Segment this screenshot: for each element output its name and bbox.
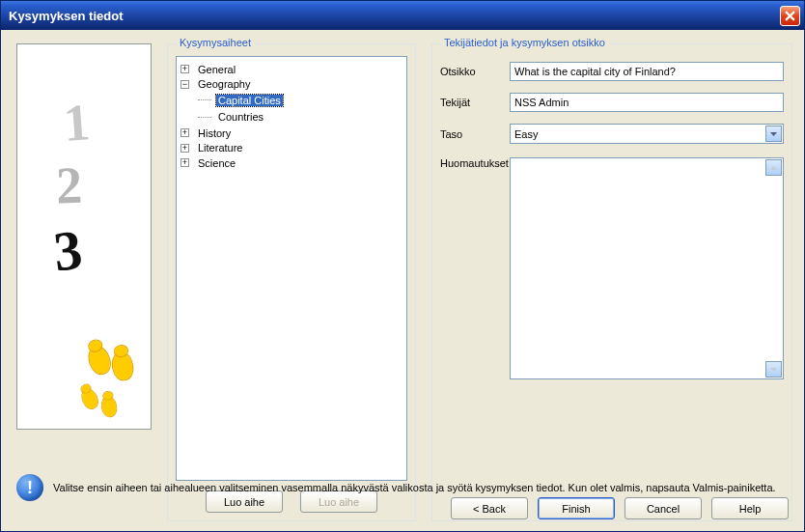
close-button[interactable] xyxy=(780,6,800,26)
tree-item-general[interactable]: +General xyxy=(180,64,237,75)
back-button[interactable]: < Back xyxy=(451,497,528,519)
details-group-title: Tekijätiedot ja kysymyksen otsikko xyxy=(440,37,609,48)
expand-icon[interactable]: + xyxy=(180,128,189,137)
tree-item-countries[interactable]: Countries xyxy=(198,111,265,123)
details-group: Tekijätiedot ja kysymyksen otsikko Otsik… xyxy=(431,43,792,521)
close-icon xyxy=(785,11,795,21)
level-label: Taso xyxy=(440,128,510,140)
cancel-button[interactable]: Cancel xyxy=(625,497,702,519)
authors-label: Tekijät xyxy=(440,97,510,108)
tree-item-science[interactable]: +Science xyxy=(180,157,237,169)
title-input[interactable] xyxy=(510,62,784,81)
tree-item-literature[interactable]: +Literature xyxy=(180,142,244,154)
title-label: Otsikko xyxy=(440,66,510,77)
wizard-step-3-glyph: 3 xyxy=(51,217,86,285)
info-icon: ! xyxy=(16,474,43,501)
tree-item-history[interactable]: +History xyxy=(180,127,233,139)
content-area: 1 2 3 Kysymysaiheet +General −Geography … xyxy=(1,30,804,531)
titlebar: Kysymyksen tiedot xyxy=(1,1,804,30)
topics-tree[interactable]: +General −Geography Capital Cities Count… xyxy=(176,56,407,481)
help-button[interactable]: Help xyxy=(711,497,789,519)
topics-group: Kysymysaiheet +General −Geography Capita… xyxy=(167,43,416,521)
expand-icon[interactable]: + xyxy=(180,65,189,73)
notes-textarea[interactable] xyxy=(510,157,784,379)
wizard-step-1-glyph: 1 xyxy=(62,92,92,154)
expand-icon[interactable]: + xyxy=(180,144,189,153)
scroll-down-button[interactable] xyxy=(765,361,782,378)
info-text: Valitse ensin aiheen tai aihealueen vali… xyxy=(53,482,789,493)
expand-icon[interactable]: + xyxy=(180,158,189,167)
wizard-illustration: 1 2 3 xyxy=(16,43,152,430)
chevron-up-icon xyxy=(770,166,777,170)
window-title: Kysymyksen tiedot xyxy=(9,9,780,23)
collapse-icon[interactable]: − xyxy=(180,80,189,89)
tree-item-geography[interactable]: −Geography xyxy=(180,78,252,90)
authors-input[interactable] xyxy=(510,93,784,112)
dialog-window: Kysymyksen tiedot 1 2 3 Kysymysaiheet +G… xyxy=(0,0,805,532)
topics-group-title: Kysymysaiheet xyxy=(176,37,255,48)
tree-item-capital-cities[interactable]: Capital Cities xyxy=(198,95,283,106)
level-select[interactable]: Easy xyxy=(510,124,784,144)
scroll-up-button[interactable] xyxy=(765,159,782,176)
wizard-buttons: < Back Finish Cancel Help xyxy=(451,497,789,519)
finish-button[interactable]: Finish xyxy=(538,497,615,519)
dropdown-button[interactable] xyxy=(765,126,782,142)
notes-label: Huomautukset xyxy=(440,157,510,513)
wizard-step-2-glyph: 2 xyxy=(55,155,83,216)
chevron-down-icon xyxy=(770,132,777,136)
level-select-value: Easy xyxy=(514,128,538,140)
chevron-down-icon xyxy=(770,368,777,372)
